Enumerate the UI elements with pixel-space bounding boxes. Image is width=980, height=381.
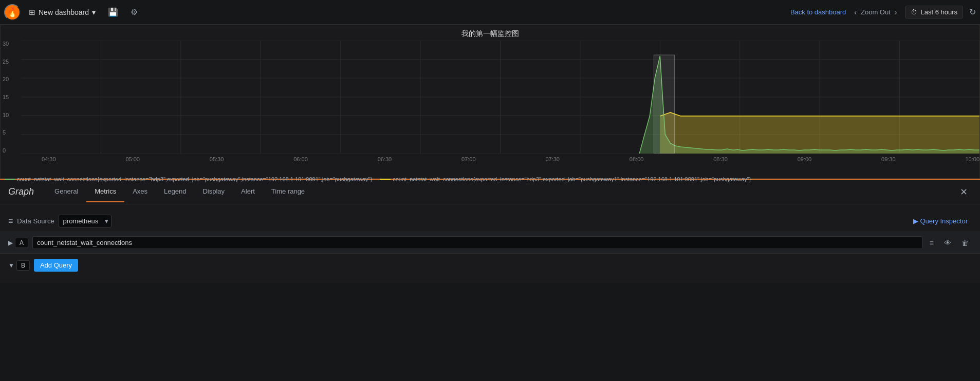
query-a-toggle[interactable]: ▶ A <box>8 238 28 248</box>
datasource-row: ≡ Data Source prometheus ▶ Query Inspect… <box>0 211 980 232</box>
dashboard-title-text: New dashboard <box>39 8 89 16</box>
chart-wrapper: 30 25 20 15 10 5 0 <box>1 41 979 174</box>
zoom-prev-button[interactable]: ‹ <box>852 7 859 17</box>
tab-alert-label: Alert <box>241 187 255 195</box>
panel-editor: Graph General Metrics Axes Legend Displa… <box>0 179 980 283</box>
datasource-select-wrapper: prometheus <box>59 215 112 227</box>
chart-title: 我的第一幅监控图 <box>1 25 979 41</box>
tab-general-label: General <box>54 187 78 195</box>
settings-button[interactable]: ⚙ <box>126 5 142 19</box>
zoom-out-label: Zoom Out <box>861 8 891 16</box>
menu-icon: ≡ <box>930 239 934 247</box>
zoom-next-button[interactable]: › <box>893 7 899 17</box>
query-inspector-label: Query Inspector <box>920 217 968 225</box>
tab-metrics-label: Metrics <box>95 187 116 195</box>
tab-metrics[interactable]: Metrics <box>86 181 124 202</box>
svg-rect-21 <box>654 55 674 154</box>
refresh-button[interactable]: ↻ <box>969 7 976 17</box>
panel-title: Graph <box>8 186 34 197</box>
query-a-menu-button[interactable]: ≡ <box>927 237 937 249</box>
tab-time-range[interactable]: Time range <box>263 181 313 202</box>
panel-close-button[interactable]: ✕ <box>956 184 972 200</box>
dashboard-grid-icon: ⊞ <box>29 8 35 17</box>
back-to-dashboard-button[interactable]: Back to dashboard <box>790 8 846 16</box>
tab-alert[interactable]: Alert <box>233 181 263 202</box>
query-b-tag: B <box>16 260 30 271</box>
query-b-label: ▼ B <box>8 260 30 271</box>
dashboard-title-button[interactable]: ⊞ New dashboard ▾ <box>25 6 100 19</box>
chart-legend: count_netstat_wait_connections{exported_… <box>1 174 979 184</box>
clock-icon: ⏱ <box>911 8 917 16</box>
legend-color-green <box>5 179 15 180</box>
add-query-row: ▼ B Add Query <box>0 254 980 277</box>
datasource-icon: ≡ <box>8 217 13 226</box>
tab-axes[interactable]: Axes <box>124 181 156 202</box>
grafana-logo-icon: 🔥 <box>7 7 18 18</box>
legend-item-1: count_netstat_wait_connections{exported_… <box>5 176 372 182</box>
x-axis-labels: 04:30 05:00 05:30 06:00 06:30 07:00 07:3… <box>21 155 979 162</box>
tab-general[interactable]: General <box>46 181 86 202</box>
legend-color-yellow <box>380 179 391 180</box>
dashboard-dropdown-arrow: ▾ <box>92 8 96 16</box>
save-icon: 💾 <box>108 8 118 16</box>
time-range-button[interactable]: ⏱ Last 6 hours <box>905 6 963 18</box>
grafana-logo-button[interactable]: 🔥 <box>4 4 21 21</box>
svg-marker-19 <box>660 112 979 154</box>
delete-icon: 🗑 <box>961 239 969 247</box>
navbar: 🔥 ⊞ New dashboard ▾ 💾 ⚙ Back to dashboar… <box>0 0 980 25</box>
tab-display[interactable]: Display <box>194 181 233 202</box>
navbar-left: 🔥 ⊞ New dashboard ▾ 💾 ⚙ <box>4 4 786 21</box>
time-range-label: Last 6 hours <box>920 8 957 16</box>
chart-svg <box>21 41 979 154</box>
query-a-input[interactable] <box>32 236 922 249</box>
legend-label-1: count_netstat_wait_connections{exported_… <box>17 176 372 182</box>
tab-time-range-label: Time range <box>271 187 305 195</box>
save-button[interactable]: 💾 <box>104 5 122 19</box>
tab-axes-label: Axes <box>133 187 147 195</box>
query-a-arrow: ▶ <box>8 239 13 246</box>
eye-icon: 👁 <box>944 239 951 247</box>
tab-legend-label: Legend <box>164 187 186 195</box>
query-inspector-arrow: ▶ <box>913 217 918 225</box>
query-a-eye-button[interactable]: 👁 <box>941 237 954 249</box>
datasource-label: Data Source <box>17 217 54 225</box>
metrics-content: ≡ Data Source prometheus ▶ Query Inspect… <box>0 204 980 283</box>
tab-legend[interactable]: Legend <box>156 181 194 202</box>
navbar-right: Back to dashboard ‹ Zoom Out › ⏱ Last 6 … <box>790 6 976 18</box>
y-axis-labels: 30 25 20 15 10 5 0 <box>3 41 9 154</box>
query-row-a: ▶ A ≡ 👁 🗑 <box>0 232 980 254</box>
query-a-delete-button[interactable]: 🗑 <box>958 237 972 249</box>
add-query-button[interactable]: Add Query <box>34 259 78 272</box>
gear-icon: ⚙ <box>131 8 138 16</box>
query-a-label: A <box>15 238 28 248</box>
tab-display-label: Display <box>202 187 225 195</box>
legend-label-2: count_netstat_wait_connections{exported_… <box>393 176 751 182</box>
legend-item-2: count_netstat_wait_connections{exported_… <box>380 176 751 182</box>
query-b-arrow: ▼ <box>8 262 14 269</box>
datasource-select[interactable]: prometheus <box>59 215 112 227</box>
chart-container: 我的第一幅监控图 30 25 20 15 10 5 0 <box>0 25 980 179</box>
zoom-nav: ‹ Zoom Out › <box>852 7 899 17</box>
query-inspector-button[interactable]: ▶ Query Inspector <box>909 215 972 227</box>
